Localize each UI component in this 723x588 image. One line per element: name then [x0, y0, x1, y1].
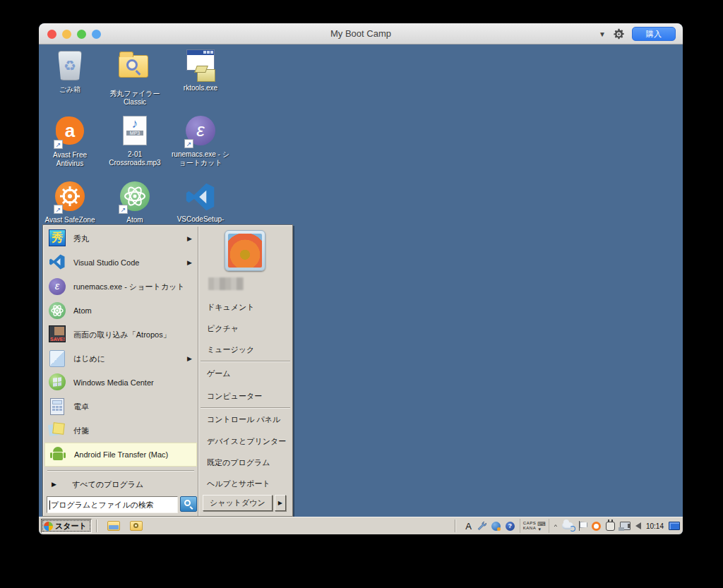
shortcut-arrow-icon: ↗	[184, 139, 193, 148]
mac-titlebar: My Boot Camp ▼ 購入	[39, 23, 683, 44]
hidemaru-icon: 秀	[49, 229, 66, 246]
recycle-bin-icon: ♻	[58, 51, 82, 80]
gear-icon[interactable]	[613, 28, 625, 40]
separator	[47, 470, 194, 472]
taskbar: スタート A ? CAPSKANA ⌨▼ ^	[39, 517, 683, 534]
start-menu-link-help-support[interactable]: ヘルプとサポート	[207, 479, 270, 489]
desktop-icon[interactable]: rktools.exe	[169, 49, 232, 114]
app-sphere-icon[interactable]	[491, 522, 501, 531]
separator	[201, 407, 290, 409]
shutdown-button[interactable]: シャットダウン	[203, 495, 273, 511]
user-picture[interactable]	[225, 230, 265, 271]
start-menu-link-devices-printers[interactable]: デバイスとプリンター	[207, 436, 286, 447]
desktop-icon[interactable]: ♪MP3 2-01 Crossroads.mp3	[104, 115, 166, 180]
search-button[interactable]	[180, 496, 197, 512]
window-title: My Boot Camp	[39, 28, 683, 39]
folder-search-icon	[119, 55, 148, 78]
dropdown-icon: ▼	[537, 527, 546, 532]
start-menu: 秀 秀丸 ▶ Visual Studio Code ▶ ε runemacs.e…	[42, 224, 293, 517]
keyboard-icon: ⌨	[537, 521, 546, 527]
start-menu-item[interactable]: 秀 秀丸 ▶	[44, 227, 197, 251]
start-menu-item[interactable]: Windows Media Center	[44, 371, 197, 395]
start-menu-link-control-panel[interactable]: コントロール パネル	[207, 414, 280, 425]
start-menu-right-column: ドキュメント ピクチャ ミュージック ゲーム コンピューター コントロール パネ…	[199, 227, 292, 516]
shortcut-arrow-icon: ↗	[54, 205, 63, 214]
start-menu-item[interactable]: 電卓	[44, 395, 197, 419]
ime-tools-icon[interactable]	[477, 521, 486, 531]
start-menu-item[interactable]: 付箋	[44, 419, 197, 443]
quick-launch	[107, 521, 143, 531]
system-tray: A ? CAPSKANA ⌨▼ ^ 10:14	[450, 517, 683, 534]
start-menu-item[interactable]: Atom	[44, 299, 197, 323]
vm-window: My Boot Camp ▼ 購入 ♻ ごみ箱 秀丸ファイラー Classic …	[39, 23, 683, 534]
emacs-icon: ε	[49, 278, 66, 295]
flower-image	[228, 234, 262, 268]
vscode-icon	[185, 181, 216, 212]
search-input[interactable]: プログラムとファイルの検索	[47, 496, 178, 513]
avast-tray-icon[interactable]	[592, 522, 601, 531]
show-hidden-icons-chevron[interactable]: ^	[554, 523, 557, 529]
volume-icon[interactable]	[635, 522, 641, 529]
start-menu-left-column: 秀 秀丸 ▶ Visual Studio Code ▶ ε runemacs.e…	[44, 227, 197, 516]
atropos-icon: SAVE!	[49, 325, 66, 342]
android-icon	[49, 445, 66, 462]
atom-icon	[49, 302, 66, 319]
buy-button[interactable]: 購入	[632, 27, 676, 41]
explorer-icon[interactable]	[107, 521, 120, 531]
desktop-icon[interactable]: ε↗ runemacs.exe - ショートカット	[169, 115, 232, 180]
submenu-arrow-icon: ▶	[187, 259, 192, 266]
start-menu-item-highlighted[interactable]: Android File Transfer (Mac)	[44, 443, 197, 467]
start-menu-link-games[interactable]: ゲーム	[207, 368, 231, 379]
action-center-flag-icon[interactable]	[578, 521, 587, 531]
start-menu-link-default-programs[interactable]: 既定のプログラム	[207, 457, 270, 468]
start-menu-link-documents[interactable]: ドキュメント	[207, 302, 255, 313]
desktop-icon[interactable]: a↗ Avast Free Antivirus	[39, 115, 101, 180]
shortcut-arrow-icon: ↗	[54, 140, 63, 149]
display-icon[interactable]	[669, 522, 680, 530]
start-menu-link-computer[interactable]: コンピューター	[207, 391, 262, 402]
start-menu-link-music[interactable]: ミュージック	[207, 344, 254, 355]
start-menu-link-pictures[interactable]: ピクチャ	[207, 323, 239, 334]
start-menu-item[interactable]: ε runemacs.exe - ショートカット	[44, 275, 197, 299]
all-programs-item[interactable]: ▶ すべてのプログラム	[44, 475, 197, 493]
taskbar-separator	[455, 520, 456, 532]
shutdown-options-arrow[interactable]: ▶	[275, 495, 286, 511]
windows-logo-icon	[44, 522, 53, 531]
search-icon	[184, 500, 191, 506]
power-plug-icon[interactable]	[606, 522, 615, 531]
column-divider	[198, 227, 198, 516]
start-menu-item[interactable]: はじめに ▶	[44, 347, 197, 371]
ime-mode-indicator[interactable]: A	[465, 521, 472, 532]
submenu-arrow-icon: ▶	[187, 355, 192, 362]
text-caret	[49, 500, 50, 510]
windows-media-center-icon	[49, 373, 66, 390]
sync-cloud-icon[interactable]	[562, 522, 573, 529]
getting-started-icon	[49, 350, 65, 367]
desktop-icon[interactable]: ♻ ごみ箱	[39, 49, 101, 114]
help-icon[interactable]: ?	[506, 522, 515, 531]
start-menu-item[interactable]: Visual Studio Code ▶	[44, 251, 197, 275]
shortcut-arrow-icon: ↗	[119, 205, 128, 214]
start-button[interactable]: スタート	[41, 519, 92, 533]
keyboard-indicator[interactable]: CAPSKANA ⌨▼	[520, 519, 549, 533]
calculator-icon	[50, 398, 64, 415]
start-menu-item[interactable]: SAVE! 画面の取り込み「Atropos」	[44, 323, 197, 347]
desktop-icon[interactable]: 秀丸ファイラー Classic	[104, 49, 166, 114]
submenu-arrow-icon: ▶	[187, 235, 192, 242]
vscode-icon	[49, 253, 66, 270]
search-folder-icon[interactable]	[130, 521, 143, 531]
mp3-file-icon: ♪MP3	[123, 116, 147, 145]
vm-screen: ♻ ごみ箱 秀丸ファイラー Classic rktools.exe a↗ Ava…	[39, 44, 683, 534]
taskbar-separator	[96, 520, 97, 532]
separator	[201, 361, 290, 362]
username-redacted	[208, 277, 244, 290]
expand-arrow-icon: ▶	[52, 481, 56, 488]
taskbar-clock[interactable]: 10:14	[646, 522, 664, 530]
dropdown-arrow-icon[interactable]: ▼	[599, 30, 606, 38]
sticky-notes-icon	[49, 421, 66, 438]
